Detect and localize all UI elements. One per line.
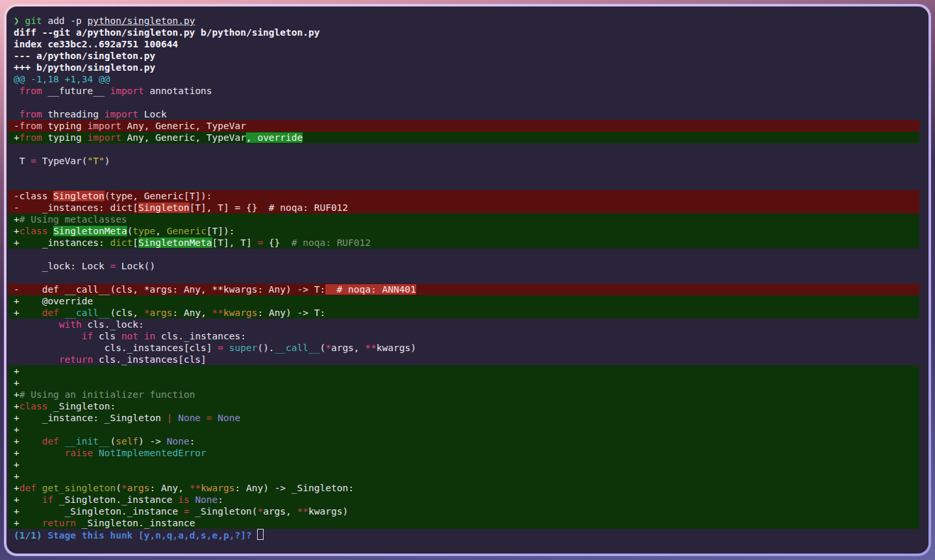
terminal-line: + def __init__(self) -> None: [8,435,919,447]
terminal-line: @@ -1,18 +1,34 @@ [8,73,919,85]
terminal-line: index ce33bc2..692a751 100644 [8,38,919,50]
terminal-line: --- a/python/singleton.py [8,50,919,62]
terminal-line: + if _Singleton._instance is None: [8,494,919,505]
terminal-line: +class _Singleton: [8,400,919,412]
terminal-line [8,97,919,108]
terminal-line: if cls not in cls._instances: [8,330,919,342]
terminal-line: + [8,459,919,470]
terminal-line: - def __call__(cls, *args: Any, **kwargs… [8,284,919,295]
terminal-line: +from typing import Any, Generic, TypeVa… [8,132,919,143]
terminal-line: return cls._instances[cls] [8,354,919,365]
terminal-line: +# Using an initializer function [8,389,919,400]
terminal-line: ❯ git add -p python/singleton.py [8,15,919,27]
terminal-line: -from typing import Any, Generic, TypeVa… [8,120,919,132]
terminal-cursor[interactable] [257,529,264,540]
terminal-line [8,272,919,284]
terminal-lines: ❯ git add -p python/singleton.pydiff --g… [8,15,919,541]
terminal-line: with cls._lock: [8,319,919,330]
terminal-line: + [8,377,919,389]
terminal-line: + _instances: dict[SingletonMeta[T], T] … [8,237,919,249]
terminal-line: + [8,470,919,482]
terminal-line: from threading import Lock [8,108,919,120]
terminal-line: + [8,424,919,435]
terminal-line [8,167,919,178]
terminal-line: +def get_singleton(*args: Any, **kwargs:… [8,482,919,494]
terminal-line: - _instances: dict[Singleton[T], T] = {}… [8,202,919,213]
terminal-line: +# Using metaclasses [8,213,919,225]
terminal-output: ❯ git add -p python/singleton.pydiff --g… [6,6,929,554]
terminal-line [8,143,919,155]
terminal-line: T = TypeVar("T") [8,155,919,167]
terminal-line: + def __call__(cls, *args: Any, **kwargs… [8,307,919,319]
terminal-line: + _instance: _Singleton | None = None [8,412,919,424]
terminal-line [8,178,919,190]
terminal-line: cls._instances[cls] = super().__call__(*… [8,342,919,354]
terminal-line: + @override [8,295,919,307]
terminal-window[interactable]: ❯ git add -p python/singleton.pydiff --g… [4,4,931,556]
terminal-line: +class SingletonMeta(type, Generic[T]): [8,225,919,237]
terminal-line: +++ b/python/singleton.py [8,62,919,73]
stage-hunk-prompt-line[interactable]: (1/1) Stage this hunk [y,n,q,a,d,s,e,p,?… [8,529,919,541]
terminal-line: -class Singleton(type, Generic[T]): [8,190,919,202]
terminal-line: + [8,365,919,377]
terminal-line: diff --git a/python/singleton.py b/pytho… [8,27,919,38]
terminal-line: + _Singleton._instance = _Singleton(*arg… [8,505,919,517]
terminal-line: _lock: Lock = Lock() [8,260,919,272]
terminal-line: from __future__ import annotations [8,85,919,97]
terminal-line [8,249,919,260]
terminal-line: + return _Singleton._instance [8,517,919,529]
terminal-line: + raise NotImplementedError [8,447,919,459]
